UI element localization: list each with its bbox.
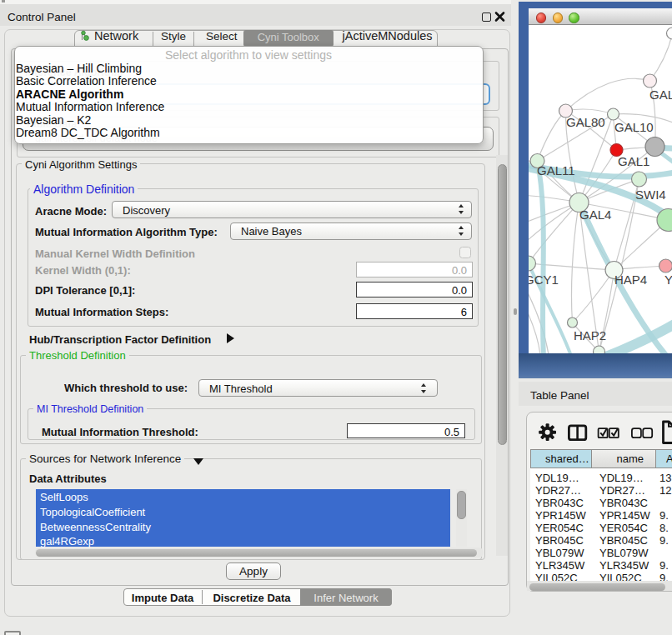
svg-text:YE: YE xyxy=(664,272,672,287)
svg-text:GAL11: GAL11 xyxy=(537,163,575,178)
svg-text:GAL4: GAL4 xyxy=(579,208,611,222)
svg-text:GAL10: GAL10 xyxy=(614,120,654,134)
svg-text:HAP2: HAP2 xyxy=(574,328,606,342)
svg-text:SWI4: SWI4 xyxy=(635,188,666,202)
svg-text:GCY1: GCY1 xyxy=(529,272,559,287)
svg-text:GAL7: GAL7 xyxy=(649,88,672,102)
svg-text:GAL1: GAL1 xyxy=(618,154,649,168)
svg-text:GAL80: GAL80 xyxy=(566,115,605,129)
svg-text:HAP4: HAP4 xyxy=(614,272,647,287)
